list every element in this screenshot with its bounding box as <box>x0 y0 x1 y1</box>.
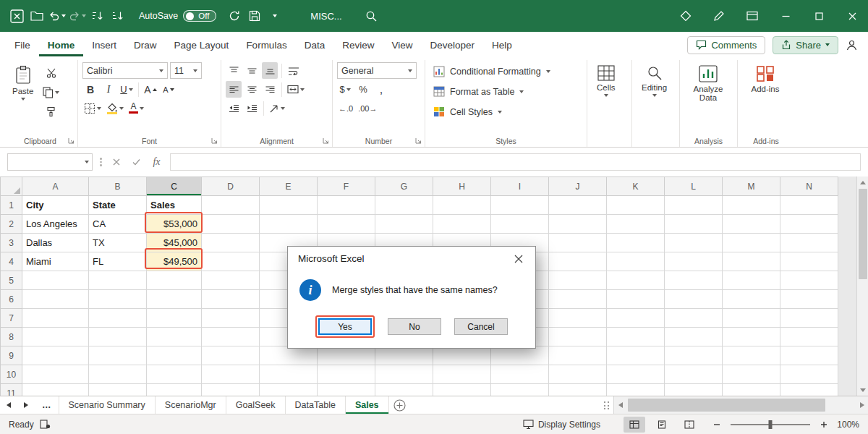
number-dialog-launcher[interactable] <box>415 137 422 144</box>
column-header[interactable]: A <box>22 177 89 196</box>
cell[interactable] <box>607 196 665 215</box>
cell[interactable] <box>723 252 780 271</box>
cell[interactable] <box>147 365 202 384</box>
copy-button[interactable] <box>41 84 61 101</box>
name-box[interactable] <box>7 153 93 171</box>
cell-a2[interactable]: Los Angeles <box>22 215 89 234</box>
cell[interactable] <box>607 309 665 328</box>
cell-c4[interactable]: $49,500 <box>147 252 202 271</box>
scroll-up-button[interactable] <box>857 176 868 188</box>
open-file-button[interactable] <box>27 5 46 27</box>
cell[interactable] <box>491 196 549 215</box>
underline-button[interactable]: U <box>119 81 135 98</box>
cell[interactable] <box>549 328 607 346</box>
cell[interactable] <box>549 290 607 309</box>
cell[interactable] <box>723 384 780 396</box>
align-right-button[interactable] <box>262 81 278 98</box>
redo-button[interactable] <box>68 5 87 27</box>
cell[interactable] <box>202 365 260 384</box>
search-button[interactable] <box>362 5 381 27</box>
cell-c2[interactable]: $53,000 <box>147 215 202 234</box>
cell[interactable] <box>665 365 723 384</box>
cell[interactable] <box>89 271 147 290</box>
sensitivity-button[interactable] <box>670 0 702 32</box>
increase-indent-button[interactable] <box>244 100 260 116</box>
italic-button[interactable]: I <box>101 81 116 98</box>
column-header[interactable]: F <box>318 177 375 196</box>
column-header[interactable]: K <box>607 177 665 196</box>
cell[interactable] <box>665 252 723 271</box>
cell[interactable] <box>202 234 260 252</box>
sheet-tab-sales[interactable]: Sales <box>346 396 389 414</box>
orientation-button[interactable] <box>268 100 286 116</box>
accounting-format-button[interactable]: $ <box>337 81 353 98</box>
sheet-nav-next-button[interactable] <box>17 396 35 414</box>
cell[interactable] <box>780 309 838 328</box>
cell-styles-button[interactable]: Cell Styles <box>430 102 582 122</box>
row-header[interactable]: 7 <box>1 309 22 328</box>
cell[interactable] <box>318 365 375 384</box>
share-button[interactable]: Share <box>773 36 838 54</box>
cell[interactable] <box>89 346 147 365</box>
column-header[interactable]: H <box>433 177 491 196</box>
maximize-button[interactable] <box>803 0 835 32</box>
increase-decimal-button[interactable]: ←.0 <box>337 100 354 116</box>
cell[interactable] <box>607 365 665 384</box>
wrap-text-button[interactable] <box>286 62 302 79</box>
align-middle-button[interactable] <box>244 62 260 79</box>
cell[interactable] <box>780 365 838 384</box>
cell[interactable] <box>89 290 147 309</box>
zoom-out-button[interactable] <box>713 421 720 428</box>
cell[interactable] <box>665 234 723 252</box>
number-format-combo[interactable]: General <box>337 62 417 79</box>
cell[interactable] <box>260 365 318 384</box>
tab-insert[interactable]: Insert <box>83 33 125 56</box>
row-header[interactable]: 4 <box>1 252 22 271</box>
align-left-button[interactable] <box>226 81 242 98</box>
add-ins-button[interactable]: Add-ins <box>742 61 788 134</box>
cell[interactable] <box>89 328 147 346</box>
cell[interactable] <box>723 196 780 215</box>
cell[interactable] <box>375 346 433 365</box>
cell[interactable] <box>549 309 607 328</box>
tab-page-layout[interactable]: Page Layout <box>166 33 238 56</box>
cell[interactable] <box>22 365 89 384</box>
autosave-control[interactable]: AutoSave Off <box>139 10 216 22</box>
cell[interactable] <box>260 384 318 396</box>
row-header[interactable]: 2 <box>1 215 22 234</box>
cell[interactable] <box>147 290 202 309</box>
cell[interactable] <box>780 215 838 234</box>
inking-button[interactable] <box>703 0 735 32</box>
cell[interactable] <box>723 234 780 252</box>
dialog-cancel-button[interactable]: Cancel <box>454 318 508 335</box>
cell[interactable] <box>22 290 89 309</box>
document-title[interactable]: MISC... <box>310 11 341 22</box>
cell[interactable] <box>202 271 260 290</box>
comma-style-button[interactable]: , <box>373 81 389 98</box>
horizontal-scroll-thumb[interactable] <box>628 399 825 412</box>
formula-input[interactable] <box>170 153 861 171</box>
vertical-scroll-thumb[interactable] <box>859 189 867 279</box>
excel-app-icon[interactable] <box>7 5 26 27</box>
column-header[interactable]: N <box>780 177 838 196</box>
macro-record-button[interactable] <box>40 420 51 429</box>
cell[interactable] <box>147 346 202 365</box>
cell[interactable] <box>549 234 607 252</box>
horizontal-scroll-track[interactable] <box>626 396 856 414</box>
cell[interactable] <box>202 309 260 328</box>
row-header[interactable]: 3 <box>1 234 22 252</box>
column-header[interactable]: D <box>202 177 260 196</box>
decrease-indent-button[interactable] <box>226 100 242 116</box>
tab-help[interactable]: Help <box>483 33 521 56</box>
align-center-button[interactable] <box>244 81 260 98</box>
cell[interactable] <box>665 328 723 346</box>
sheet-tab-scenariomgr[interactable]: ScenarioMgr <box>156 396 226 414</box>
scroll-right-button[interactable] <box>856 396 868 414</box>
row-header[interactable]: 5 <box>1 271 22 290</box>
cell[interactable] <box>723 215 780 234</box>
cell[interactable] <box>665 215 723 234</box>
cell[interactable] <box>22 328 89 346</box>
cell-c1[interactable]: Sales <box>147 196 202 215</box>
dialog-yes-button[interactable]: Yes <box>318 318 372 335</box>
scrollbar-resize-grip[interactable] <box>600 396 613 414</box>
